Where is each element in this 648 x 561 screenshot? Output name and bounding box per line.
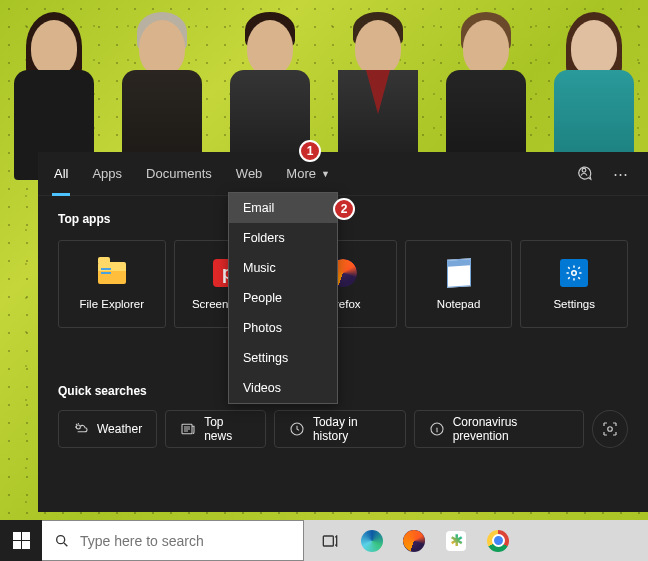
svg-point-7 bbox=[57, 535, 65, 543]
news-icon bbox=[180, 421, 196, 437]
quick-weather[interactable]: Weather bbox=[58, 410, 157, 448]
quick-searches-title: Quick searches bbox=[58, 384, 628, 398]
more-options-icon[interactable]: ⋯ bbox=[607, 159, 634, 189]
quick-coronavirus[interactable]: Coronavirus prevention bbox=[414, 410, 584, 448]
quick-label: Weather bbox=[97, 422, 142, 436]
tab-apps[interactable]: Apps bbox=[80, 152, 134, 196]
quick-top-news[interactable]: Top news bbox=[165, 410, 266, 448]
tab-documents[interactable]: Documents bbox=[134, 152, 224, 196]
tab-more-label: More bbox=[286, 166, 316, 181]
task-view-button[interactable] bbox=[310, 520, 350, 561]
search-input[interactable] bbox=[80, 533, 303, 549]
svg-point-1 bbox=[572, 271, 577, 276]
chevron-down-icon: ▼ bbox=[321, 169, 330, 179]
app-tile-settings[interactable]: Settings bbox=[520, 240, 628, 328]
taskbar-app-slack[interactable] bbox=[436, 520, 476, 561]
taskbar-app-edge[interactable] bbox=[352, 520, 392, 561]
app-tile-file-explorer[interactable]: File Explorer bbox=[58, 240, 166, 328]
feedback-icon[interactable] bbox=[569, 159, 599, 189]
notepad-icon bbox=[444, 258, 474, 288]
taskbar-app-chrome[interactable] bbox=[478, 520, 518, 561]
annotation-callout-2: 2 bbox=[333, 198, 355, 220]
more-item-people[interactable]: People bbox=[229, 283, 337, 313]
taskbar-app-firefox[interactable] bbox=[394, 520, 434, 561]
annotation-callout-1: 1 bbox=[299, 140, 321, 162]
quick-label: Top news bbox=[204, 415, 251, 443]
quick-searches-row: Weather Top news Today in history Corona… bbox=[58, 410, 628, 448]
top-apps-grid: File Explorer p Screenpresso Firefox Not… bbox=[58, 240, 628, 328]
taskbar-search-box[interactable] bbox=[42, 520, 304, 561]
search-tabs: All Apps Documents Web More ▼ ⋯ Email Fo… bbox=[38, 152, 648, 196]
history-icon bbox=[289, 421, 305, 437]
chrome-icon bbox=[487, 530, 509, 552]
svg-point-2 bbox=[76, 425, 80, 429]
edge-icon bbox=[361, 530, 383, 552]
quick-label: Coronavirus prevention bbox=[453, 415, 569, 443]
tab-web[interactable]: Web bbox=[224, 152, 275, 196]
app-label: Settings bbox=[553, 298, 595, 310]
settings-icon bbox=[559, 258, 589, 288]
app-label: File Explorer bbox=[80, 298, 145, 310]
svg-rect-8 bbox=[323, 536, 333, 546]
more-dropdown-menu: Email Folders Music People Photos Settin… bbox=[228, 192, 338, 404]
quick-today-history[interactable]: Today in history bbox=[274, 410, 406, 448]
more-item-music[interactable]: Music bbox=[229, 253, 337, 283]
search-icon bbox=[42, 533, 80, 549]
start-button[interactable] bbox=[0, 520, 42, 561]
app-label: Notepad bbox=[437, 298, 480, 310]
more-item-photos[interactable]: Photos bbox=[229, 313, 337, 343]
more-item-folders[interactable]: Folders bbox=[229, 223, 337, 253]
more-item-email[interactable]: Email bbox=[229, 193, 337, 223]
svg-point-6 bbox=[608, 427, 613, 432]
info-icon bbox=[429, 421, 445, 437]
file-explorer-icon bbox=[97, 258, 127, 288]
slack-icon bbox=[446, 531, 466, 551]
taskbar-icons bbox=[304, 520, 518, 561]
weather-icon bbox=[73, 421, 89, 437]
firefox-icon bbox=[403, 530, 425, 552]
quick-label: Today in history bbox=[313, 415, 391, 443]
taskbar bbox=[0, 520, 648, 561]
app-tile-notepad[interactable]: Notepad bbox=[405, 240, 513, 328]
tab-all[interactable]: All bbox=[42, 152, 80, 196]
screenshot-button[interactable] bbox=[592, 410, 628, 448]
windows-logo-icon bbox=[13, 532, 30, 549]
more-item-settings[interactable]: Settings bbox=[229, 343, 337, 373]
more-item-videos[interactable]: Videos bbox=[229, 373, 337, 403]
svg-point-0 bbox=[582, 168, 586, 172]
